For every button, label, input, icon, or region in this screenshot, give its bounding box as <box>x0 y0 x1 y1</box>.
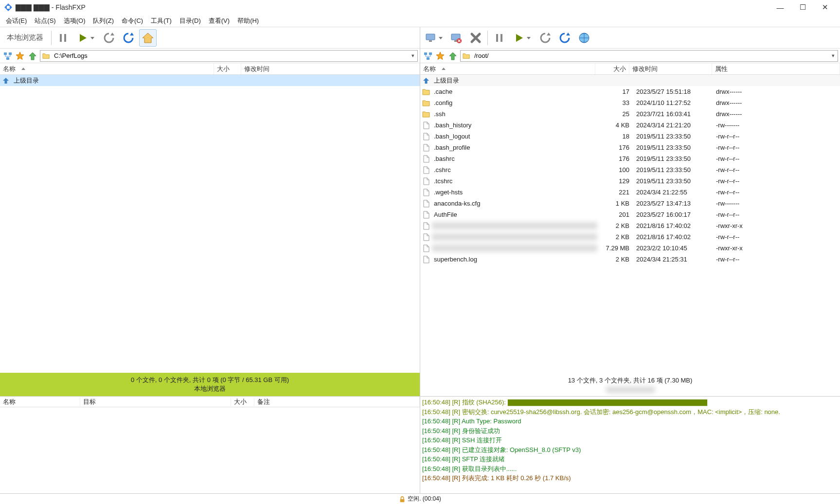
menu-命令(C)[interactable]: 命令(C) <box>118 15 147 27</box>
menu-查看(V)[interactable]: 查看(V) <box>205 15 233 27</box>
remote-file-list[interactable]: 上级目录 .cache172023/5/27 15:51:18drwx-----… <box>420 75 840 373</box>
file-row[interactable]: .config332024/1/10 11:27:52drwx------ <box>420 97 840 108</box>
local-toolbar: 本地浏览器 <box>0 27 420 49</box>
parent-dir-row[interactable]: 上级目录 <box>420 75 840 86</box>
queue-list[interactable] <box>0 407 420 493</box>
disconnect-button[interactable] <box>447 29 465 47</box>
file-row[interactable]: .cache172023/5/27 15:51:18drwx------ <box>420 86 840 97</box>
menu-会话(E)[interactable]: 会话(E) <box>2 15 31 27</box>
file-row[interactable]: .bash_profile1762019/5/11 23:33:50-rw-r-… <box>420 142 840 153</box>
rcol-size[interactable]: 大小 <box>595 63 629 74</box>
file-row[interactable]: anaconda-ks.cfg1 KB2023/5/27 13:47:13-rw… <box>420 198 840 209</box>
remote-path-dropdown[interactable]: ▾ <box>829 52 838 59</box>
file-icon <box>422 144 430 152</box>
remote-path-input[interactable] <box>472 51 829 60</box>
file-row[interactable]: ██████2 KB2021/8/16 17:40:02-rwxr-xr-x <box>420 220 840 231</box>
remote-pause-button[interactable] <box>491 29 508 47</box>
file-row[interactable]: ██████7.29 MB2023/2/2 10:10:45-rwxr-xr-x <box>420 243 840 254</box>
file-row[interactable]: .cshrc1002019/5/11 23:33:50-rw-r--r-- <box>420 164 840 175</box>
file-row[interactable]: ██████2 KB2021/8/16 17:40:02-rw-r--r-- <box>420 231 840 243</box>
file-row[interactable]: .tcshrc1292019/5/11 23:33:50-rw-r--r-- <box>420 175 840 187</box>
file-row[interactable]: .bashrc1762019/5/11 23:33:50-rw-r--r-- <box>420 153 840 164</box>
menu-目录(D)[interactable]: 目录(D) <box>176 15 205 27</box>
abort-button[interactable] <box>467 29 484 47</box>
local-list-header: 名称 大小 修改时间 <box>0 63 420 75</box>
rcol-name[interactable]: 名称 <box>420 63 595 74</box>
menu-站点(S)[interactable]: 站点(S) <box>31 15 59 27</box>
maximize-button[interactable]: ☐ <box>791 0 814 15</box>
minimize-button[interactable]: — <box>769 0 791 15</box>
log-line: [16:50:48] [R] Auth Type: Password <box>422 417 838 426</box>
file-icon <box>422 222 430 230</box>
refresh-button[interactable] <box>120 29 137 47</box>
file-row[interactable]: AuthFile2012023/5/27 16:00:17-rw-r--r-- <box>420 209 840 220</box>
file-row[interactable]: .wget-hsts2212024/3/4 21:22:55-rw-r--r-- <box>420 187 840 198</box>
status-idle: 空闲. (00:04) <box>408 495 441 503</box>
remote-status: 13 个文件, 3 个文件夹, 共计 16 项 (7.30 MB) ▇▇▇▇ ▇… <box>420 373 840 396</box>
up-button[interactable] <box>27 51 38 61</box>
menu-帮助(H)[interactable]: 帮助(H) <box>233 15 263 27</box>
remote-list-header: 名称 大小 修改时间 属性 <box>420 63 840 75</box>
remote-refresh-button[interactable] <box>556 29 573 47</box>
file-icon <box>422 166 430 174</box>
rcol-attr[interactable]: 属性 <box>712 63 840 74</box>
queue-panel: 名称 目标 大小 备注 <box>0 397 420 493</box>
remote-bookmark-button[interactable] <box>435 51 446 61</box>
remote-up-button[interactable] <box>447 51 458 61</box>
local-path-box[interactable]: ▾ <box>40 50 418 62</box>
tree-button[interactable] <box>2 51 13 61</box>
up-arrow-icon <box>422 77 430 85</box>
file-row[interactable]: .bash_history4 KB2024/3/14 21:21:20-rw--… <box>420 120 840 131</box>
menu-选项(O)[interactable]: 选项(O) <box>60 15 89 27</box>
log-line: [16:50:48] [R] 获取目录列表中...... <box>422 464 838 474</box>
file-icon <box>422 155 430 163</box>
path-dropdown[interactable]: ▾ <box>409 52 417 59</box>
file-icon <box>422 256 430 263</box>
remote-reconnect-button[interactable] <box>536 29 554 47</box>
file-icon <box>422 211 430 219</box>
play-button[interactable] <box>74 29 91 47</box>
log-line: [16:50:48] [R] 列表完成: 1 KB 耗时 0.26 秒 (1.7… <box>422 473 838 483</box>
parent-dir-row[interactable]: 上级目录 <box>0 75 420 86</box>
close-button[interactable]: ✕ <box>814 0 836 15</box>
qcol-size[interactable]: 大小 <box>231 398 254 406</box>
menu-bar: 会话(E)站点(S)选项(O)队列(Z)命令(C)工具(T)目录(D)查看(V)… <box>0 15 840 27</box>
globe-button[interactable] <box>575 29 593 47</box>
queue-header: 名称 目标 大小 备注 <box>0 397 420 407</box>
local-status: 0 个文件, 0 个文件夹, 共计 0 项 (0 字节 / 65.31 GB 可… <box>0 373 420 396</box>
rcol-mod[interactable]: 修改时间 <box>629 63 712 74</box>
col-size[interactable]: 大小 <box>214 63 241 74</box>
folder-icon <box>422 99 430 107</box>
menu-工具(T)[interactable]: 工具(T) <box>147 15 176 27</box>
col-name[interactable]: 名称 <box>0 63 214 74</box>
qcol-target[interactable]: 目标 <box>80 398 231 406</box>
log-line: [16:50:48] [R] 已建立连接对象: OpenSSH_8.0 (SFT… <box>422 445 838 455</box>
file-icon <box>422 233 430 241</box>
pause-button[interactable] <box>54 29 72 47</box>
file-row[interactable]: .bash_logout182019/5/11 23:33:50-rw-r--r… <box>420 131 840 142</box>
remote-pane: ▾ 名称 大小 修改时间 属性 上级目录 .cache172023/5/27 1… <box>420 27 840 396</box>
qcol-name[interactable]: 名称 <box>0 398 80 406</box>
title-bar: ▇▇▇ ▇▇▇ - FlashFXP — ☐ ✕ <box>0 0 840 15</box>
log-panel: [16:50:48] [R] 指纹 (SHA256): ▇▇▇▇▇▇▇▇▇▇▇▇… <box>420 397 840 493</box>
log-line: [16:50:48] [R] 身份验证成功 <box>422 426 838 436</box>
remote-toolbar <box>420 27 840 49</box>
log-output[interactable]: [16:50:48] [R] 指纹 (SHA256): ▇▇▇▇▇▇▇▇▇▇▇▇… <box>420 397 840 493</box>
local-file-list[interactable]: 上级目录 <box>0 75 420 373</box>
home-button[interactable] <box>139 29 157 47</box>
remote-play-button[interactable] <box>510 29 528 47</box>
col-mod[interactable]: 修改时间 <box>241 63 420 74</box>
file-row[interactable]: superbench.log2 KB2024/3/4 21:25:31-rw-r… <box>420 254 840 265</box>
local-path-input[interactable] <box>52 51 409 60</box>
remote-path-box[interactable]: ▾ <box>460 50 838 62</box>
local-pane: 本地浏览器 ▾ 名称 大小 <box>0 27 420 396</box>
qcol-remark[interactable]: 备注 <box>254 398 420 406</box>
folder-icon <box>422 88 430 96</box>
connect-button[interactable] <box>422 29 440 47</box>
remote-tree-button[interactable] <box>422 51 433 61</box>
bookmark-button[interactable] <box>15 51 25 61</box>
file-row[interactable]: .ssh252023/7/21 16:03:41drwx------ <box>420 108 840 120</box>
file-icon <box>422 177 430 185</box>
menu-队列(Z)[interactable]: 队列(Z) <box>89 15 118 27</box>
reconnect-button[interactable] <box>100 29 118 47</box>
